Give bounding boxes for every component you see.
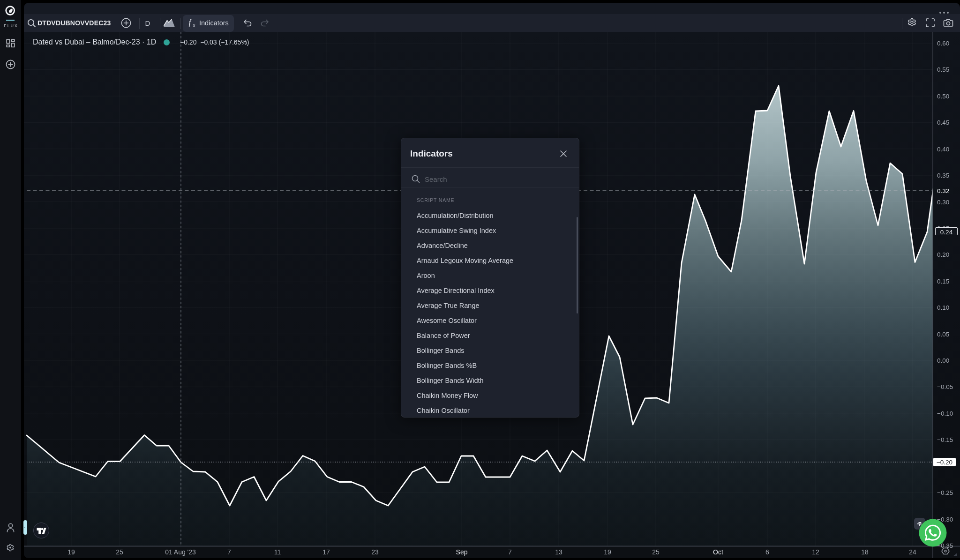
svg-text:f: f	[189, 18, 193, 27]
svg-text:x: x	[193, 23, 195, 28]
